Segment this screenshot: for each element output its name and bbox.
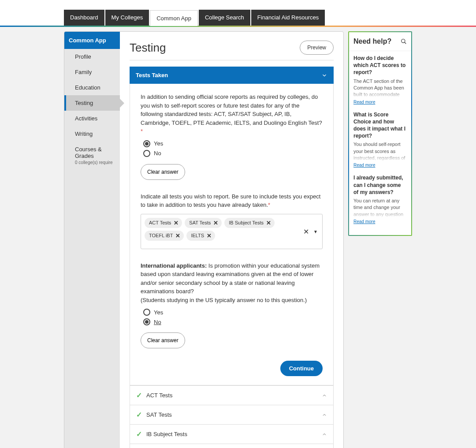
radio-icon: [143, 140, 150, 147]
help-title: Need help?: [353, 37, 391, 45]
read-more-link[interactable]: Read more: [353, 163, 375, 168]
sidebar-item-courses-grades[interactable]: Courses & Grades0 college(s) require: [64, 142, 120, 169]
q3-text: International applicants: Is promotion w…: [141, 261, 323, 305]
accordion-act-tests[interactable]: ✓ACT Tests: [130, 385, 334, 405]
accordion-label: ACT Tests: [146, 392, 317, 399]
chip-remove-icon[interactable]: ✕: [213, 220, 218, 226]
topbar-tab-common-app[interactable]: Common App: [150, 10, 198, 26]
chip-act-tests: ACT Tests✕: [145, 218, 182, 228]
chip-label: TOEFL iBT: [149, 233, 173, 238]
topbar-tab-dashboard[interactable]: Dashboard: [64, 10, 104, 26]
q3-yes-label: Yes: [154, 309, 163, 316]
sidebar-item-activities[interactable]: Activities: [64, 111, 120, 126]
chip-remove-icon[interactable]: ✕: [174, 220, 178, 226]
preview-button[interactable]: Preview: [300, 41, 334, 55]
chip-sat-tests: SAT Tests✕: [185, 218, 222, 228]
radio-icon: [143, 150, 150, 157]
chip-remove-icon[interactable]: ✕: [266, 220, 271, 226]
q3-clear-button[interactable]: Clear answer: [141, 332, 185, 348]
sidebar-item-profile[interactable]: Profile: [64, 49, 120, 64]
sidebar-item-education[interactable]: Education: [64, 80, 120, 95]
q1-radio-no[interactable]: No: [143, 150, 323, 157]
check-icon: ✓: [136, 411, 142, 419]
q3-radio-no[interactable]: No: [143, 318, 323, 325]
check-icon: ✓: [136, 391, 142, 399]
tests-multiselect[interactable]: ACT Tests✕SAT Tests✕IB Subject Tests✕TOE…: [141, 214, 323, 249]
q3-no-label: No: [154, 319, 161, 325]
read-more-link[interactable]: Read more: [353, 100, 375, 105]
chip-toefl-ibt: TOEFL iBT✕: [145, 231, 184, 241]
accordion-toefl-ibt[interactable]: ✓TOEFL iBT: [130, 444, 334, 448]
q3-radio-yes[interactable]: Yes: [143, 309, 323, 316]
accordion-sat-tests[interactable]: ✓SAT Tests: [130, 405, 334, 425]
radio-icon: [143, 318, 150, 325]
chip-label: ACT Tests: [149, 220, 171, 225]
q1-text: In addition to sending official score re…: [141, 93, 323, 136]
chevron-down-icon: [321, 72, 327, 78]
svg-line-1: [405, 42, 406, 44]
section-tests-taken-header[interactable]: Tests Taken: [130, 67, 334, 84]
topbar-tab-my-colleges[interactable]: My Colleges: [105, 10, 149, 26]
accordion-ib-subject-tests[interactable]: ✓IB Subject Tests: [130, 425, 334, 444]
svg-point-0: [402, 39, 405, 43]
sidebar-item-family[interactable]: Family: [64, 64, 120, 80]
multiselect-caret-icon[interactable]: ▼: [313, 229, 318, 234]
sidebar-item-writing[interactable]: Writing: [64, 126, 120, 142]
section-header-label: Tests Taken: [136, 72, 168, 78]
multiselect-clear-icon[interactable]: ✕: [303, 227, 309, 235]
topbar-tab-financial-aid-resources[interactable]: Financial Aid Resources: [251, 10, 325, 26]
chevron-up-icon: [322, 412, 327, 418]
page-title: Testing: [130, 41, 166, 55]
faq-question: I already submitted, can I change some o…: [353, 174, 407, 196]
q1-no-label: No: [154, 150, 161, 157]
q1-radio-yes[interactable]: Yes: [143, 140, 323, 147]
chip-label: SAT Tests: [189, 220, 211, 225]
sidebar-header: Common App: [64, 32, 120, 49]
chevron-up-icon: [322, 432, 327, 437]
chip-ib-subject-tests: IB Subject Tests✕: [224, 218, 275, 228]
faq-question: How do I decide which ACT scores to repo…: [353, 55, 407, 76]
radio-icon: [143, 309, 150, 316]
q1-yes-label: Yes: [154, 140, 163, 147]
search-icon[interactable]: [401, 38, 407, 45]
read-more-link[interactable]: Read more: [353, 219, 375, 224]
continue-button[interactable]: Continue: [280, 361, 323, 376]
q2-text: Indicate all tests you wish to report. B…: [141, 192, 323, 209]
chip-ielts: IELTS✕: [186, 231, 215, 241]
sidebar-item-testing[interactable]: Testing: [64, 95, 120, 111]
faq-question: What is Score Choice and how does it imp…: [353, 111, 407, 140]
chevron-up-icon: [322, 393, 327, 398]
topbar-tab-college-search[interactable]: College Search: [199, 10, 250, 26]
chip-label: IB Subject Tests: [229, 220, 264, 225]
sidebar-item-sublabel: 0 college(s) require: [75, 160, 115, 165]
chip-label: IELTS: [191, 233, 204, 238]
accordion-label: SAT Tests: [146, 411, 317, 418]
chip-remove-icon[interactable]: ✕: [207, 232, 212, 239]
accordion-label: IB Subject Tests: [146, 431, 317, 437]
q1-clear-button[interactable]: Clear answer: [141, 164, 185, 180]
chip-remove-icon[interactable]: ✕: [175, 232, 180, 239]
check-icon: ✓: [136, 430, 142, 438]
